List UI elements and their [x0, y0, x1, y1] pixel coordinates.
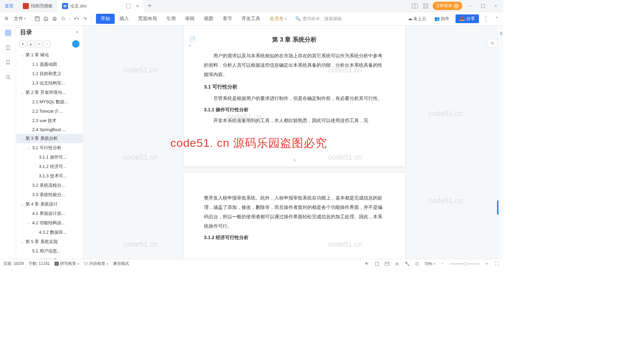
tab-chapter[interactable]: 章节: [218, 14, 237, 24]
scroll-thumb[interactable]: [500, 32, 502, 36]
minimize-button[interactable]: –: [466, 1, 475, 11]
view-page-icon[interactable]: [374, 261, 380, 267]
outline-item[interactable]: 2.4 SpringBoot ...: [16, 125, 83, 134]
tab-layout[interactable]: 页面布局: [133, 14, 162, 24]
tab-start[interactable]: 开始: [96, 14, 115, 24]
expand-icon[interactable]: ⌃: [493, 15, 500, 22]
outline-item[interactable]: 2.2 Tomcat 介...: [16, 107, 83, 116]
more-menu[interactable]: ⋮: [483, 15, 489, 22]
outline-item[interactable]: 1.1 选题动因: [16, 60, 83, 69]
zoom-slider[interactable]: [449, 263, 480, 265]
outline-item[interactable]: 5.1 用户信息...: [16, 246, 83, 256]
document-canvas[interactable]: 📄▾ 第 3 章 系统分析 用户的需求以及与本系统相似的在市场上存在的其它系统可…: [83, 25, 503, 259]
outline-item[interactable]: ⌄4.2 功能结构设...: [16, 218, 83, 228]
close-icon[interactable]: ×: [136, 3, 139, 9]
toolbar: ≡ 文件 ▾ ↶▾ ↷ 开始 插入 页面布局 引用 审阅 视图 章节 开发工具 …: [0, 12, 503, 25]
outline-item[interactable]: 2.3 vue 技术: [16, 116, 83, 125]
outline-close-icon[interactable]: ×: [76, 29, 79, 35]
file-menu[interactable]: 文件 ▾: [12, 14, 28, 23]
close-window-button[interactable]: ×: [491, 1, 500, 11]
cloud-status[interactable]: ☁ 未上云: [406, 14, 428, 23]
status-contentcheck[interactable]: 🛡内容检查 ▾: [84, 261, 108, 267]
zoom-fit-icon[interactable]: ⊡: [414, 261, 420, 267]
outline-item[interactable]: 1.2 目的和意义: [16, 69, 83, 78]
rail-search-icon[interactable]: [4, 73, 12, 81]
zoom-in-button[interactable]: +: [484, 261, 490, 267]
outline-item[interactable]: 3.3 系统性能分...: [16, 190, 83, 199]
watermark: code51.cn: [123, 153, 158, 162]
outline-item[interactable]: ⌄3.1 可行性分析: [16, 143, 83, 153]
outline-item[interactable]: 3.1.1 操作可...: [16, 153, 83, 162]
outline-item[interactable]: 4.1 界面设计原...: [16, 209, 83, 218]
preview-icon[interactable]: [60, 15, 67, 22]
eye-icon[interactable]: 👁: [364, 261, 370, 267]
doc-paragraph: 整开发入校申报审批系统。此外，入校申报审批系统在功能上，基本都是完成信息的处理，…: [204, 193, 385, 231]
outline-user-icon[interactable]: [72, 40, 79, 48]
print-icon[interactable]: [51, 15, 58, 22]
tab-reference[interactable]: 引用: [162, 14, 180, 24]
outline-item[interactable]: ⌄第 5 章 系统实现: [16, 237, 83, 246]
outline-item[interactable]: 5.2 入校申请...: [16, 256, 83, 259]
share-button[interactable]: 📤分享: [455, 14, 479, 23]
tab-devtools[interactable]: 开发工具: [237, 14, 265, 24]
outline-remove[interactable]: −: [44, 41, 50, 47]
grid-icon[interactable]: [422, 2, 429, 10]
fullscreen-icon[interactable]: ⛶: [494, 261, 500, 267]
view-outline-icon[interactable]: [394, 261, 400, 267]
rail-outline-icon[interactable]: [4, 29, 12, 37]
tab-insert[interactable]: 插入: [115, 14, 133, 24]
outline-item[interactable]: ⌄第 2 章 开发环境与...: [16, 88, 83, 97]
outline-collapse-all[interactable]: ▾: [19, 41, 26, 47]
outline-item[interactable]: ⌄第 1 章 绪论: [16, 50, 83, 60]
outline-item[interactable]: 3.2 系统流程分...: [16, 181, 83, 190]
status-spellcheck[interactable]: 🅰拼写检查 ▾: [55, 261, 79, 267]
ruler-icon[interactable]: 🔧: [404, 261, 410, 267]
tab-document[interactable]: W 论文.doc ×: [57, 0, 144, 12]
outline-item[interactable]: ⌄第 3 章 系统分析: [16, 134, 83, 143]
svg-rect-3: [426, 4, 428, 5]
outline-item-label: 2.4 SpringBoot ...: [32, 127, 66, 132]
login-button[interactable]: 立即登录: [433, 2, 462, 10]
outline-item[interactable]: 2.1 MYSQL 数据...: [16, 97, 83, 107]
tab-member[interactable]: 会员专 ›: [265, 14, 291, 24]
maximize-button[interactable]: [478, 1, 488, 11]
collab-button[interactable]: 👥 协作: [432, 14, 451, 23]
outline-expand-all[interactable]: ▴: [28, 41, 34, 47]
outline-item-label: 2.2 Tomcat 介...: [32, 108, 63, 114]
redo-icon[interactable]: ↷: [82, 15, 89, 22]
zoom-out-button[interactable]: −: [439, 261, 445, 267]
split-icon[interactable]: [411, 2, 419, 10]
svg-line-18: [9, 78, 10, 79]
search-box[interactable]: 🔍 查找命令、搜索模板: [295, 16, 342, 22]
undo-icon[interactable]: ↶▾: [73, 15, 80, 22]
rail-bookmark-icon[interactable]: [4, 58, 12, 66]
outline-item[interactable]: 3.1.2 经济可...: [16, 162, 83, 171]
projector-icon[interactable]: [126, 4, 131, 8]
outline-item-label: 3.1 可行性分析: [32, 145, 61, 151]
tab-review[interactable]: 审阅: [180, 14, 199, 24]
status-compat[interactable]: 兼容模式: [113, 261, 129, 267]
tab-view[interactable]: 视图: [199, 14, 218, 24]
doc-paragraph: 开发本系统需要用到的工具，本人都比较熟悉，因此可以使用这些工具，完: [204, 116, 385, 125]
zoom-slider-thumb[interactable]: [464, 262, 467, 266]
zoom-control[interactable]: 70% ▾: [424, 262, 435, 266]
hamburger-icon[interactable]: ≡: [3, 14, 10, 23]
status-page[interactable]: 页面: 10/29: [3, 261, 24, 267]
outline-item[interactable]: 3.1.3 技术可...: [16, 171, 83, 181]
svg-line-13: [64, 19, 65, 20]
tab-home[interactable]: 首页: [0, 0, 18, 12]
outline-item[interactable]: ⌄第 4 章 系统设计: [16, 199, 83, 209]
page-menu-icon[interactable]: 📄▾: [189, 36, 197, 43]
doc-side-toggle[interactable]: ≡: [487, 39, 498, 48]
tab-template[interactable]: 找稻壳模板: [18, 0, 57, 12]
view-web-icon[interactable]: [384, 261, 390, 267]
outline-item[interactable]: 4.3.2 数据库...: [16, 228, 83, 237]
rail-file-icon[interactable]: [4, 44, 12, 52]
tab-add-button[interactable]: +: [144, 2, 156, 10]
status-words[interactable]: 字数: 11161: [29, 261, 50, 267]
outline-add[interactable]: +: [36, 41, 42, 47]
scrollbar[interactable]: [498, 25, 503, 259]
export-icon[interactable]: [42, 15, 50, 22]
outline-item[interactable]: 1.3 论文结构安...: [16, 78, 83, 88]
save-icon[interactable]: [34, 15, 41, 22]
